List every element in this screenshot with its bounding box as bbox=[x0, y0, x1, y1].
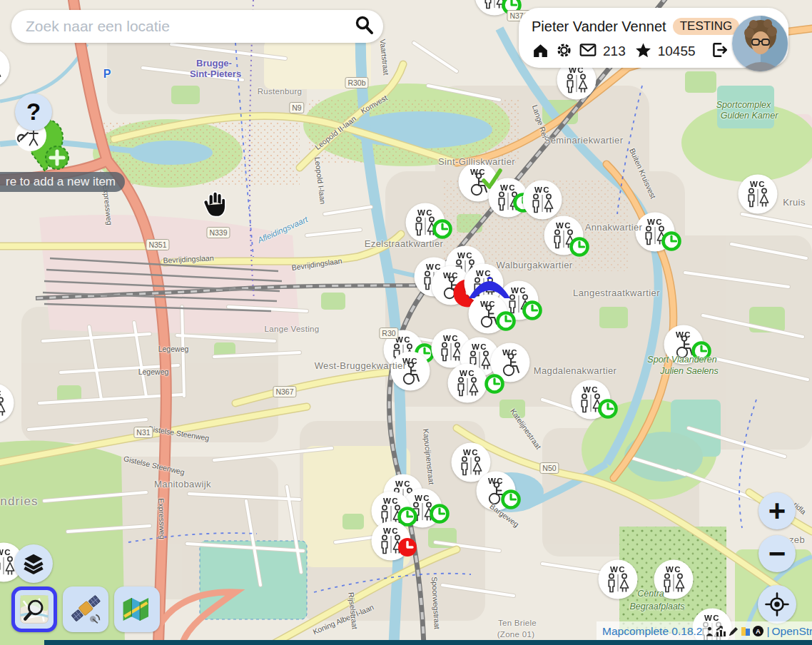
map-label: Brugge- bbox=[196, 58, 232, 68]
svg-text:WC: WC bbox=[583, 385, 599, 394]
basemap-satellite-button[interactable] bbox=[63, 586, 108, 632]
geolocate-button[interactable] bbox=[758, 585, 796, 624]
map-label: ndries bbox=[0, 494, 39, 509]
map-features-layer: WC WC WC WC WC bbox=[0, 0, 812, 645]
map-label: Walburgakwartier bbox=[496, 260, 572, 270]
attribution-icons: A bbox=[704, 625, 764, 637]
language-circle-icon[interactable]: A bbox=[752, 625, 764, 637]
toilet-marker[interactable]: WC bbox=[447, 362, 488, 404]
svg-text:WC: WC bbox=[676, 330, 691, 339]
map-label: Gistelse Steenweg bbox=[147, 424, 210, 442]
svg-text:WC: WC bbox=[0, 389, 2, 397]
search-input[interactable] bbox=[24, 17, 353, 36]
basemap-osm-carto-button[interactable] bbox=[11, 586, 57, 632]
toilet-marker-wheelchair[interactable]: WC bbox=[390, 350, 431, 392]
svg-text:WC: WC bbox=[511, 286, 527, 295]
road-ref-badge: R30 bbox=[379, 327, 398, 339]
edit-pencil-icon[interactable] bbox=[728, 626, 739, 637]
map-label: Spoorwegstraat bbox=[430, 577, 442, 629]
toilet-marker[interactable]: WC bbox=[0, 47, 11, 88]
zoom-in-button[interactable]: + bbox=[758, 492, 796, 529]
search-icon[interactable] bbox=[353, 14, 375, 39]
opening-hours-badge-clock-green bbox=[597, 398, 619, 422]
opening-hours-badge-clock-green bbox=[500, 489, 522, 513]
osm-link[interactable]: OpenStreetMap bbox=[771, 625, 812, 638]
svg-text:WC: WC bbox=[415, 494, 430, 502]
map-label: Legeweg bbox=[138, 367, 169, 376]
zoom-out-button[interactable]: − bbox=[758, 535, 796, 572]
svg-text:WC: WC bbox=[457, 251, 473, 260]
svg-text:WC: WC bbox=[500, 183, 516, 192]
svg-text:WC: WC bbox=[750, 180, 766, 188]
road-ref-badge: N367 bbox=[273, 386, 296, 397]
toilet-marker[interactable]: WC bbox=[653, 559, 694, 600]
svg-text:WC: WC bbox=[395, 479, 411, 488]
user-stats-icon[interactable] bbox=[704, 626, 715, 637]
svg-text:A: A bbox=[756, 627, 761, 635]
user-avatar[interactable] bbox=[732, 16, 788, 71]
toilet-marker[interactable]: WC bbox=[0, 382, 15, 424]
map-label: Rustenburg bbox=[258, 87, 302, 96]
map-label: Komvest bbox=[359, 93, 388, 116]
svg-text:WC: WC bbox=[402, 357, 418, 365]
svg-text:WC: WC bbox=[443, 334, 459, 342]
map-label: Langestraatkwartier bbox=[573, 288, 660, 298]
svg-text:WC: WC bbox=[472, 342, 487, 351]
search-bar bbox=[11, 10, 383, 43]
opening-hours-badge-clock-green bbox=[691, 340, 712, 365]
app-version[interactable]: Mapcomplete 0.18.2 bbox=[602, 625, 702, 638]
toilet-marker[interactable]: WC bbox=[597, 559, 639, 600]
basemap-map-button[interactable] bbox=[114, 586, 160, 632]
map-label: Sportcomplex bbox=[716, 100, 771, 110]
home-icon[interactable] bbox=[532, 41, 549, 62]
svg-text:WC: WC bbox=[460, 369, 475, 377]
map-label: Seminariekwartier bbox=[544, 135, 624, 146]
svg-text:WC: WC bbox=[610, 565, 626, 574]
road-ref-badge: N50 bbox=[539, 462, 559, 474]
help-button[interactable]: ? bbox=[15, 93, 52, 131]
map-label: Leopold I-laan bbox=[313, 156, 328, 205]
opening-hours-badge-clock-green bbox=[484, 373, 505, 397]
messages-envelope-icon[interactable] bbox=[579, 41, 597, 62]
road-ref-badge: N31 bbox=[133, 427, 153, 438]
svg-text:WC: WC bbox=[417, 208, 433, 217]
add-plus-icon[interactable] bbox=[44, 145, 70, 173]
logout-icon[interactable] bbox=[710, 41, 729, 62]
map-label: Bevrijdingslaan bbox=[291, 256, 342, 272]
map-label: Vaartstraat bbox=[378, 39, 390, 76]
map-label: Gistelse Steenweg bbox=[123, 454, 186, 476]
map-label: Buiten Kruisvest bbox=[628, 147, 658, 200]
testing-badge: TESTING bbox=[673, 18, 740, 35]
add-item-tooltip: re to add a new item bbox=[0, 172, 125, 192]
map-label: Expressweg bbox=[157, 498, 167, 539]
map-label: Begraafplaats bbox=[629, 601, 684, 611]
user-name[interactable]: Pieter Vander Vennet bbox=[532, 19, 666, 35]
map-label: P bbox=[103, 68, 111, 81]
settings-gear-icon[interactable] bbox=[555, 41, 573, 62]
map-label: Magdalenakwartier bbox=[534, 365, 617, 376]
map-label: Bevrijdingslaan bbox=[163, 253, 214, 265]
road-ref-badge: N339 bbox=[206, 227, 230, 238]
theme-flag-icon[interactable] bbox=[740, 626, 751, 637]
attribution-bar: Mapcomplete 0.18.2 A | OpenStreetMap bbox=[597, 621, 812, 641]
map-label: Katelijnestraat bbox=[509, 407, 543, 450]
svg-text:WC: WC bbox=[383, 497, 399, 505]
statistics-chart-icon[interactable] bbox=[716, 626, 727, 637]
svg-text:WC: WC bbox=[704, 614, 720, 622]
opening-hours-badge-clock-green bbox=[432, 218, 453, 243]
road-ref-badge: N9 bbox=[289, 102, 304, 113]
star-icon[interactable] bbox=[634, 41, 652, 62]
map-label: Gulden Kamer bbox=[721, 111, 778, 121]
toilet-marker[interactable]: WC bbox=[737, 173, 778, 215]
attribution-divider: | bbox=[766, 625, 769, 638]
svg-text:WC: WC bbox=[488, 477, 504, 485]
opening-hours-badge-clock-red bbox=[397, 537, 418, 561]
map-label: Afleidingsvaart bbox=[256, 215, 309, 245]
map-label: Julien Saelens bbox=[660, 366, 718, 376]
road-ref-badge: R30b bbox=[345, 77, 368, 88]
mapcomplete-app: WC WC WC WC WC bbox=[0, 0, 812, 645]
map-label: (Zone 01) bbox=[497, 630, 535, 639]
map-label: Lange Vesting bbox=[265, 325, 320, 333]
opening-hours-badge-clock-green bbox=[429, 503, 450, 527]
layers-button[interactable] bbox=[14, 544, 53, 583]
